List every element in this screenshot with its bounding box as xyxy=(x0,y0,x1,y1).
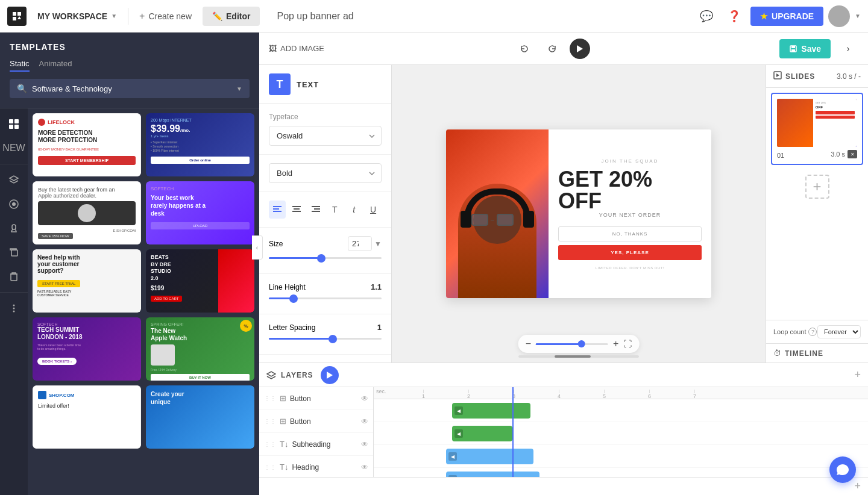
typeface-section: Typeface Oswald Arial Roboto xyxy=(259,104,391,155)
track-block[interactable]: ◀ xyxy=(452,426,512,441)
ad-canvas: JOIN THE SQUAD GET 20% OFF YOUR NEXT ORD… xyxy=(446,129,711,298)
svg-rect-1 xyxy=(14,119,19,123)
align-left-button[interactable] xyxy=(269,201,286,219)
redo-button[interactable] xyxy=(542,39,562,59)
svg-rect-7 xyxy=(12,225,16,229)
loop-count-select[interactable]: Forever 1 2 3 xyxy=(817,325,861,338)
track-block[interactable]: ◀ xyxy=(446,472,539,477)
track-row-button-2: ◀ xyxy=(374,422,868,445)
size-input[interactable] xyxy=(348,236,372,251)
canvas-row: T TEXT Typeface Oswald Arial Roboto Bold xyxy=(259,65,868,363)
add-image-label: ADD IMAGE xyxy=(280,44,324,53)
upgrade-button[interactable]: ★ UPGRADE xyxy=(750,7,823,26)
timeline-play-button[interactable] xyxy=(321,366,339,384)
forward-button[interactable]: › xyxy=(838,39,858,59)
add-image-button[interactable]: 🖼 ADD IMAGE xyxy=(269,44,324,53)
zoom-thumb[interactable] xyxy=(578,340,585,347)
sidebar-icon-new[interactable]: T+ NEW xyxy=(3,137,25,159)
tab-animated[interactable]: Animated xyxy=(39,59,72,72)
layer-item[interactable]: ⋮⋮ T↓ Subheading 👁 xyxy=(259,433,373,456)
save-button[interactable]: Save xyxy=(779,39,831,58)
drag-handle-icon: ⋮⋮ xyxy=(264,441,276,447)
create-new-button[interactable]: + Create new xyxy=(133,7,198,25)
template-card-winnie[interactable]: Create yourunique xyxy=(146,385,254,449)
nav-divider xyxy=(128,8,128,25)
fullscreen-button[interactable]: ⛶ xyxy=(623,339,632,349)
workspace-selector[interactable]: MY WORKSPACE ▼ xyxy=(31,8,123,25)
layer-item[interactable]: ⋮⋮ ⊞ Button 👁 xyxy=(259,410,373,433)
sidebar-icon-more[interactable] xyxy=(3,297,25,319)
underline-button[interactable]: U xyxy=(365,201,382,219)
template-grid-container: LIFELOCK MORE DETECTIONMORE PROTECTION 6… xyxy=(28,108,259,495)
timeline-button[interactable]: ⏱ TIMELINE xyxy=(766,343,868,363)
editor-button[interactable]: ✏️ Editor xyxy=(203,7,260,26)
svg-point-10 xyxy=(13,305,15,307)
zoom-slider[interactable] xyxy=(536,343,608,345)
template-card-support[interactable]: Need help withyour customersupport? STAR… xyxy=(33,249,141,313)
slide-item-1[interactable]: GET 20% OFF 01 3.0 s ✕ xyxy=(771,93,863,165)
help-icon-button[interactable]: ❓ xyxy=(723,5,746,28)
strikethrough-button[interactable]: T xyxy=(326,201,343,219)
eye-icon[interactable]: 👁 xyxy=(361,463,368,472)
svg-rect-23 xyxy=(314,208,320,210)
template-card-softech[interactable]: SOFTECH Your best workrarely happens at … xyxy=(146,181,254,244)
timeline-header: LAYERS + xyxy=(259,363,868,387)
size-row: Size ▼ xyxy=(269,236,382,251)
ad-no-thanks-button[interactable]: NO, THANKS xyxy=(558,226,702,241)
user-avatar[interactable] xyxy=(828,5,850,27)
svg-point-12 xyxy=(13,311,15,313)
track-block[interactable]: ◀ xyxy=(452,403,530,419)
zoom-in-button[interactable]: + xyxy=(613,338,618,349)
timeline-add-button[interactable]: + xyxy=(854,369,861,381)
sidebar-icon-link[interactable] xyxy=(3,217,25,239)
add-slide-button[interactable]: + xyxy=(805,175,829,199)
sidebar-collapse-button[interactable]: ‹ xyxy=(252,235,263,260)
sidebar-icon-paint[interactable] xyxy=(3,193,25,215)
tab-static[interactable]: Static xyxy=(10,59,30,72)
canvas-scrollbar-thumb[interactable] xyxy=(555,355,591,358)
template-card-lifelock[interactable]: LIFELOCK MORE DETECTIONMORE PROTECTION 6… xyxy=(33,113,141,176)
line-height-slider[interactable] xyxy=(269,297,382,299)
sidebar-icon-layers[interactable] xyxy=(3,169,25,191)
eye-icon[interactable]: 👁 xyxy=(361,394,368,403)
layer-item[interactable]: ⋮⋮ ⊞ Button 👁 xyxy=(259,387,373,410)
playhead[interactable] xyxy=(512,387,514,399)
chat-icon-button[interactable]: 💬 xyxy=(695,5,718,28)
timeline-footer-add-button[interactable]: + xyxy=(854,480,861,493)
template-card-techsummit[interactable]: SOFTECH TECH SUMMITLONDON - 2018 There's… xyxy=(33,317,141,381)
size-slider[interactable] xyxy=(269,257,382,259)
eye-icon[interactable]: 👁 xyxy=(361,440,368,449)
italic-button[interactable]: t xyxy=(345,201,362,219)
align-right-button[interactable] xyxy=(307,201,324,219)
play-button[interactable] xyxy=(570,39,590,59)
slide-thumb-left xyxy=(777,99,813,147)
template-card-internet[interactable]: 200 Mbps INTERNET $39.99/mo. 1 yr+ taxes… xyxy=(146,113,254,176)
add-image-icon: 🖼 xyxy=(269,44,277,53)
sidebar-icon-delete[interactable] xyxy=(3,266,25,287)
loop-help-button[interactable]: ? xyxy=(808,328,817,336)
zoom-out-button[interactable]: − xyxy=(526,338,531,349)
eye-icon[interactable]: 👁 xyxy=(361,417,368,426)
delete-slide-button[interactable]: ✕ xyxy=(848,150,857,158)
letter-spacing-slider[interactable] xyxy=(269,338,382,340)
align-center-button[interactable] xyxy=(288,201,305,219)
template-card-beats[interactable]: BEATSBY DRESTUDIO2.0 $199 ADD TO CART xyxy=(146,249,254,313)
template-card-applewatch[interactable]: % SPRING OFFER! The NewApple Watch Free … xyxy=(146,317,254,381)
template-card-shop[interactable]: SHOP.COM Limited offer! xyxy=(33,385,141,449)
top-navigation: MY WORKSPACE ▼ + Create new ✏️ Editor Po… xyxy=(0,0,868,33)
layer-item[interactable]: ⋮⋮ T↓ Heading 👁 xyxy=(259,456,373,477)
undo-button[interactable] xyxy=(514,39,535,59)
search-input[interactable] xyxy=(32,84,236,93)
line-height-value: 1.1 xyxy=(371,282,382,291)
layer-name: Heading xyxy=(292,463,357,472)
editor-label: Editor xyxy=(226,11,250,21)
track-block[interactable]: ◀ xyxy=(446,449,533,464)
search-icon: 🔍 xyxy=(17,84,27,93)
ad-yes-please-button[interactable]: YES, PLEASE xyxy=(558,245,702,260)
svg-rect-15 xyxy=(791,49,795,52)
template-card-apple[interactable]: Buy the latest tech gear from anApple au… xyxy=(33,181,141,244)
sidebar-icon-templates[interactable] xyxy=(3,113,25,135)
sidebar-icon-copy[interactable] xyxy=(3,241,25,263)
font-family-select[interactable]: Oswald Arial Roboto xyxy=(269,126,382,146)
font-weight-select[interactable]: Bold Regular Light xyxy=(269,163,382,183)
